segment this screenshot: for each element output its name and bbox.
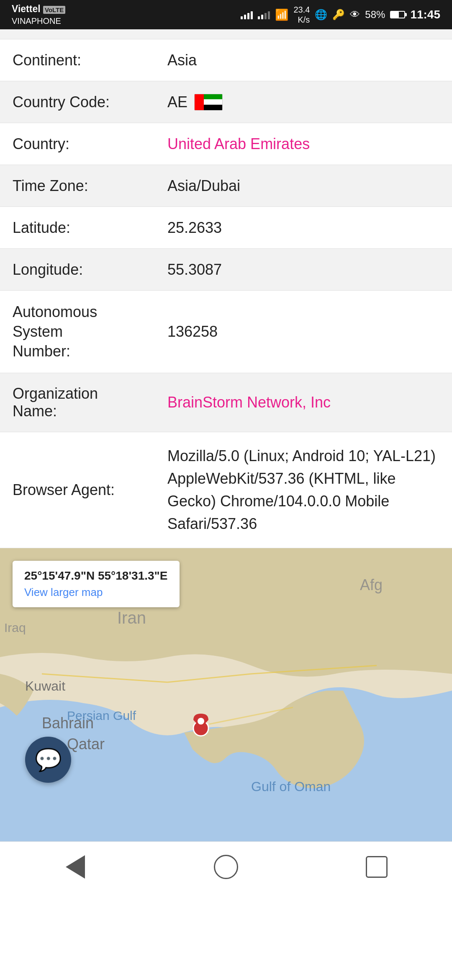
country-value: United Arab Emirates (155, 123, 452, 165)
battery-percent: 58% (365, 9, 385, 21)
home-icon (214, 855, 238, 879)
browser-label: Browser Agent: (0, 432, 155, 548)
status-bar: Viettel VoLTE VINAPHONE 📶 23.4K/s 🌐 🔑 👁 … (0, 0, 452, 29)
svg-text:Qatar: Qatar (67, 735, 105, 753)
org-row: Organization Name: BrainStorm Network, I… (0, 373, 452, 432)
globe-icon: 🌐 (315, 9, 327, 21)
signal-bars-2 (258, 10, 270, 19)
browser-value: Mozilla/5.0 (Linux; Android 10; YAL-L21)… (155, 432, 452, 548)
key-icon: 🔑 (332, 9, 345, 21)
map-popup: 25°15'47.9"N 55°18'31.3"E View larger ma… (13, 561, 180, 607)
country-code-label: Country Code: (0, 81, 155, 123)
wifi-icon: 📶 (275, 8, 288, 21)
carrier-name: Viettel VoLTE (12, 3, 65, 15)
latitude-row: Latitude: 25.2633 (0, 207, 452, 249)
country-label: Country: (0, 123, 155, 165)
country-code-row: Country Code: AE (0, 81, 452, 123)
country-row: Country: United Arab Emirates (0, 123, 452, 165)
asn-value: 136258 (155, 291, 452, 373)
home-button[interactable] (209, 850, 243, 884)
svg-text:Kuwait: Kuwait (25, 678, 65, 694)
svg-text:Afg: Afg (360, 576, 383, 593)
network-name: VINAPHONE (12, 15, 65, 26)
timezone-value: Asia/Dubai (155, 165, 452, 206)
latitude-label: Latitude: (0, 207, 155, 248)
svg-text:Iraq: Iraq (4, 621, 26, 634)
info-content: Continent: Asia Country Code: AE Country… (0, 39, 452, 548)
continent-value: Asia (155, 39, 452, 81)
asn-label: Autonomous System Number: (0, 291, 155, 373)
back-icon (66, 855, 85, 879)
timezone-row: Time Zone: Asia/Dubai (0, 165, 452, 207)
latitude-value: 25.2633 (155, 207, 452, 248)
map-section[interactable]: Iran Kuwait Bahrain Qatar Persian Gulf G… (0, 548, 452, 841)
carrier-info: Viettel VoLTE VINAPHONE (12, 3, 65, 26)
speed-indicator: 23.4K/s (293, 5, 310, 25)
longitude-label: Longitude: (0, 249, 155, 290)
chat-button[interactable]: 💬 (25, 737, 71, 783)
view-larger-map-link[interactable]: View larger map (24, 586, 168, 599)
continent-row: Continent: Asia (0, 39, 452, 81)
svg-text:Gulf of Oman: Gulf of Oman (251, 779, 331, 794)
country-code-value: AE (155, 81, 452, 123)
map-coords: 25°15'47.9"N 55°18'31.3"E (24, 569, 168, 583)
status-indicators: 📶 23.4K/s 🌐 🔑 👁 58% 11:45 (241, 5, 440, 25)
recent-apps-button[interactable] (360, 850, 393, 884)
eye-icon: 👁 (350, 9, 360, 21)
back-button[interactable] (59, 850, 92, 884)
timezone-label: Time Zone: (0, 165, 155, 206)
chat-icon: 💬 (35, 747, 62, 773)
svg-text:Persian Gulf: Persian Gulf (67, 709, 136, 722)
longitude-value: 55.3087 (155, 249, 452, 290)
longitude-row: Longitude: 55.3087 (0, 249, 452, 291)
signal-bars-1 (241, 10, 253, 19)
top-partial-row (0, 29, 452, 39)
uae-flag (194, 94, 223, 111)
asn-row: Autonomous System Number: 136258 (0, 291, 452, 373)
continent-label: Continent: (0, 39, 155, 81)
recent-apps-icon (366, 856, 388, 878)
svg-text:Iran: Iran (117, 609, 146, 627)
org-label: Organization Name: (0, 373, 155, 432)
svg-point-14 (198, 718, 204, 725)
browser-row: Browser Agent: Mozilla/5.0 (Linux; Andro… (0, 432, 452, 548)
volte-badge: VoLTE (43, 6, 65, 14)
org-value: BrainStorm Network, Inc (155, 373, 452, 432)
battery-icon (390, 11, 405, 18)
clock: 11:45 (410, 8, 440, 21)
country-code-text: AE (167, 93, 187, 111)
navigation-bar (0, 841, 452, 892)
